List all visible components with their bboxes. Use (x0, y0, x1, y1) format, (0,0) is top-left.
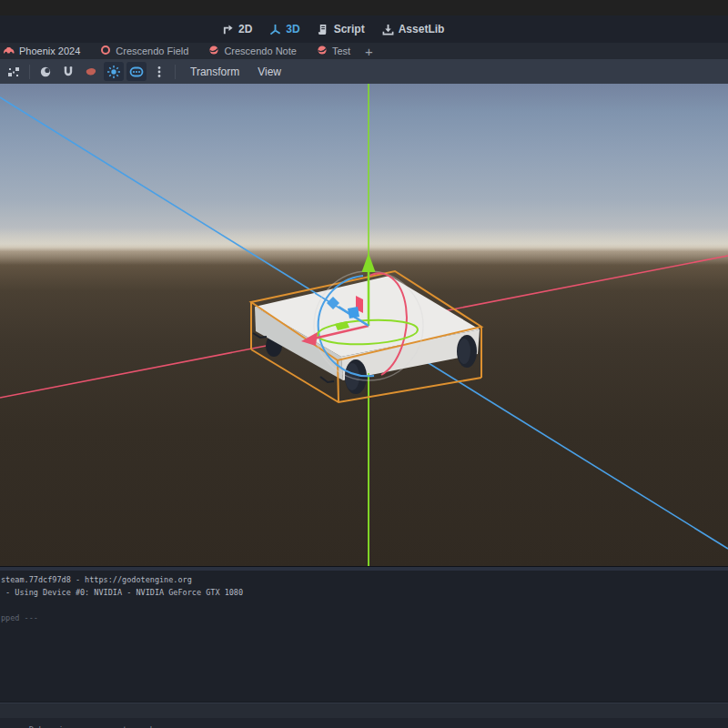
scene-tab-phoenix[interactable]: Phoenix 2024 (3, 46, 80, 57)
sphere-icon (317, 45, 328, 57)
mode-assetlib-label: AssetLib (399, 23, 445, 35)
vehicle-icon (3, 46, 15, 57)
mode-2d-label: 2D (238, 23, 252, 35)
bottom-bar: --- Debugging process stopped --- (0, 718, 728, 728)
scene-tab-label: Crescendo Field (116, 46, 188, 56)
mode-script-label: Script (334, 23, 365, 35)
preview-environment-icon[interactable] (126, 62, 147, 81)
scene-tab-label: Crescendo Note (224, 46, 297, 56)
gizmo-y-arrowhead[interactable] (362, 253, 376, 272)
viewport-toolbar: Transform View (0, 59, 728, 84)
editor-titlebar: 2D 3D Script AssetLib (0, 15, 728, 43)
scene-tab-crescendo-note[interactable]: Crescendo Note (208, 45, 297, 57)
scene-tab-label: Phoenix 2024 (19, 46, 80, 56)
bottom-panel-strip (0, 703, 728, 718)
magnet-snap-icon[interactable] (58, 62, 78, 81)
scene-tab-label: Test (332, 46, 350, 56)
view-menu-button[interactable]: View (248, 62, 290, 81)
wheel-front-right-face (458, 339, 470, 364)
viewport-overlay (0, 84, 728, 566)
output-log-panel[interactable]: steam.77dcf97d8 - https://godotengine.or… (0, 571, 728, 704)
godot-editor-window: 2D 3D Script AssetLib Phoenix 2024 Cresc… (0, 0, 728, 728)
scene-tab-crescendo-field[interactable]: Crescendo Field (100, 45, 188, 57)
script-icon (318, 24, 329, 35)
log-line: steam.77dcf97d8 - https://godotengine.or… (0, 573, 728, 586)
ring-icon (100, 45, 111, 57)
log-line: pped --- (0, 612, 728, 624)
3d-viewport[interactable] (0, 84, 728, 566)
2d-icon (222, 24, 234, 35)
sphere-icon (208, 45, 219, 57)
scene-tab-bar: Phoenix 2024 Crescendo Field Crescendo N… (0, 43, 728, 59)
preview-sun-icon[interactable] (104, 62, 124, 81)
toolbar-separator (175, 65, 176, 79)
assetlib-download-icon (382, 24, 394, 35)
wheel-front-left-face (345, 363, 359, 390)
mode-assetlib-button[interactable]: AssetLib (382, 23, 445, 35)
add-scene-tab-button[interactable]: + (365, 45, 373, 58)
log-line: - Using Device #0: NVIDIA - NVIDIA GeFor… (0, 586, 728, 599)
mode-script-button[interactable]: Script (318, 23, 365, 35)
mode-switcher: 2D 3D Script AssetLib (222, 15, 444, 43)
wheel-arch-mark (320, 377, 334, 382)
3d-icon (269, 24, 281, 35)
toolbar-separator (29, 65, 30, 79)
transform-menu-button[interactable]: Transform (181, 62, 248, 81)
scene-tab-test[interactable]: Test (317, 45, 350, 57)
log-line (0, 599, 728, 612)
snap-grid-icon[interactable] (4, 62, 24, 81)
mode-3d-button[interactable]: 3D (269, 23, 299, 35)
mode-2d-button[interactable]: 2D (222, 23, 252, 35)
more-options-icon[interactable] (149, 62, 169, 81)
mode-3d-label: 3D (286, 23, 299, 35)
paint-tool-icon[interactable] (81, 62, 101, 81)
sphere-gizmo-icon[interactable] (35, 62, 56, 81)
gizmo-plane-handle-z[interactable] (348, 307, 359, 318)
window-top-strip (0, 0, 728, 15)
